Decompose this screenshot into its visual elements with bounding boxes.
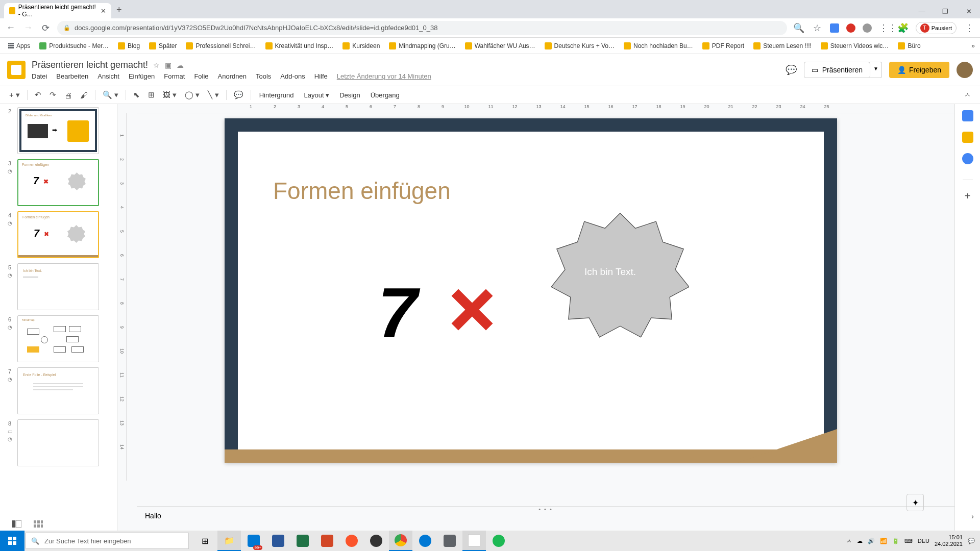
slide-filmstrip[interactable]: 2 Bilder und Grafiken ➡ 3◔ Formen einfüg… <box>0 104 117 547</box>
bookmark-item[interactable]: Wahlfächer WU Aus… <box>462 41 538 51</box>
grid-view-icon[interactable] <box>34 520 43 528</box>
extensions-icon[interactable]: 🧩 <box>897 22 909 34</box>
volume-icon[interactable]: 🔊 <box>868 538 875 544</box>
filmstrip-view-icon[interactable] <box>12 520 21 528</box>
maximize-button[interactable]: ❐ <box>934 4 957 18</box>
powerpoint-taskbar-icon[interactable] <box>315 531 339 551</box>
wifi-icon[interactable]: 📶 <box>880 538 887 544</box>
zoom-icon[interactable]: 🔍 <box>793 22 804 34</box>
zoom-button[interactable]: 🔍 ▾ <box>100 88 121 102</box>
menu-insert[interactable]: Einfügen <box>129 72 155 80</box>
slide-thumbnail[interactable]: Mindmap <box>17 315 99 362</box>
share-button[interactable]: 👤 Freigeben <box>889 62 949 78</box>
onedrive-icon[interactable]: ☁ <box>857 538 863 544</box>
slide-thumbnail[interactable]: Ich bin Text. <box>17 263 99 310</box>
present-dropdown[interactable]: ▼ <box>870 62 882 78</box>
last-edit-status[interactable]: Letzte Änderung vor 14 Minuten <box>337 72 431 80</box>
menu-slide[interactable]: Folie <box>194 72 208 80</box>
menu-tools[interactable]: Tools <box>256 72 271 80</box>
bookmark-item[interactable]: Steuern Lesen !!!! <box>750 41 815 51</box>
print-button[interactable]: 🖨 <box>61 89 75 102</box>
browser-tab[interactable]: Präsentieren leicht gemacht! - G… ✕ <box>4 3 111 18</box>
apps-button[interactable]: Apps <box>5 41 33 51</box>
profile-paused-button[interactable]: T Pausiert <box>916 22 957 34</box>
present-button[interactable]: ▭ Präsentieren <box>804 62 870 78</box>
bookmark-item[interactable]: Produktsuche - Mer… <box>36 41 112 51</box>
bookmark-item[interactable]: Kursideen <box>339 41 383 51</box>
bookmark-item[interactable]: Büro <box>895 41 923 51</box>
menu-help[interactable]: Hilfe <box>314 72 328 80</box>
explorer-taskbar-icon[interactable]: 📁 <box>217 531 241 551</box>
battery-icon[interactable]: 🔋 <box>892 538 899 544</box>
slide-thumbnail[interactable]: Erste Folie - Beispiel <box>17 367 99 414</box>
star-icon[interactable]: ☆ <box>812 22 823 34</box>
paint-format-button[interactable]: 🖌 <box>77 89 91 102</box>
slides-logo-icon[interactable] <box>7 61 26 79</box>
brave-taskbar-icon[interactable] <box>340 531 363 551</box>
extension-icon[interactable] <box>863 23 872 33</box>
chrome-taskbar-icon[interactable] <box>389 531 412 551</box>
bookmark-item[interactable]: Deutsche Kurs + Vo… <box>542 41 618 51</box>
back-button[interactable]: ← <box>5 22 16 33</box>
new-slide-button[interactable]: + ▾ <box>6 88 23 102</box>
menu-format[interactable]: Format <box>164 72 185 80</box>
menu-arrange[interactable]: Anordnen <box>218 72 247 80</box>
keyboard-icon[interactable]: ⌨ <box>904 538 913 544</box>
spotify-taskbar-icon[interactable] <box>487 531 510 551</box>
comments-icon[interactable]: 💬 <box>786 64 797 76</box>
url-input[interactable]: 🔒 docs.google.com/presentation/d/1yV372S… <box>57 21 787 35</box>
cross-shape[interactable] <box>449 287 495 335</box>
extension-icon[interactable] <box>846 23 855 33</box>
notes-resize-handle[interactable]: • • • <box>538 506 553 512</box>
edge-legacy-taskbar-icon[interactable]: 99+ <box>242 531 265 551</box>
slide-title-text[interactable]: Formen einfügen <box>273 177 451 205</box>
bookmark-item[interactable]: Steuern Videos wic… <box>818 41 892 51</box>
menu-file[interactable]: Datei <box>32 72 47 80</box>
bookmarks-overflow[interactable]: » <box>971 42 975 49</box>
theme-button[interactable]: Design <box>335 89 364 101</box>
comment-button[interactable]: 💬 <box>231 88 247 102</box>
keep-icon[interactable] <box>962 132 973 143</box>
image-tool[interactable]: 🖼 ▾ <box>160 88 180 102</box>
notifications-icon[interactable]: 💬 <box>968 538 975 544</box>
line-tool[interactable]: ╲ ▾ <box>205 88 222 102</box>
new-tab-button[interactable]: + <box>116 5 122 15</box>
menu-addons[interactable]: Add-ons <box>280 72 305 80</box>
menu-edit[interactable]: Bearbeiten <box>56 72 88 80</box>
redo-button[interactable]: ↷ <box>46 88 59 102</box>
forward-button[interactable]: → <box>22 22 34 33</box>
task-view-button[interactable]: ⊞ <box>193 531 216 551</box>
calendar-icon[interactable] <box>962 110 973 121</box>
add-addon-icon[interactable]: + <box>965 190 971 202</box>
bookmark-item[interactable]: Blog <box>115 41 143 51</box>
apps-icon[interactable]: ⋮⋮⋮ <box>879 22 890 34</box>
account-avatar[interactable] <box>957 62 973 78</box>
slide-thumbnail[interactable]: Formen einfügen 7 ✖ <box>17 159 99 206</box>
slide-number-text[interactable]: 7 <box>378 271 418 354</box>
edge-taskbar-icon[interactable] <box>413 531 437 551</box>
tasks-icon[interactable] <box>962 153 973 164</box>
slide-thumbnail[interactable] <box>17 419 99 466</box>
excel-taskbar-icon[interactable] <box>291 531 314 551</box>
slide-thumbnail[interactable]: Bilder und Grafiken ➡ <box>17 107 99 154</box>
collapse-toolbar-icon[interactable]: ㅅ <box>961 88 974 102</box>
slide-thumbnail-selected[interactable]: Formen einfügen 7 ✖ <box>17 211 99 258</box>
document-title[interactable]: Präsentieren leicht gemacht! <box>32 60 148 70</box>
background-button[interactable]: Hintergrund <box>255 89 298 101</box>
start-button[interactable] <box>0 531 24 551</box>
minimize-button[interactable]: — <box>911 4 933 18</box>
reload-button[interactable]: ⟳ <box>40 22 51 34</box>
select-tool[interactable]: ⬉ <box>130 88 143 102</box>
speaker-notes-text[interactable]: Hallo <box>145 512 161 520</box>
bookmark-item[interactable]: Kreativität und Insp… <box>262 41 337 51</box>
explore-button[interactable]: ✦ <box>906 494 924 511</box>
slide-canvas[interactable]: Formen einfügen 7 Ich bin Text. <box>225 118 837 463</box>
notepad-taskbar-icon[interactable] <box>462 531 486 551</box>
menu-icon[interactable]: ⋮ <box>964 22 975 34</box>
taskbar-search[interactable]: 🔍 Zur Suche Text hier eingeben <box>26 533 189 549</box>
close-window-button[interactable]: ✕ <box>958 4 980 18</box>
clock[interactable]: 15:01 24.02.2021 <box>935 534 963 547</box>
close-icon[interactable]: ✕ <box>101 7 106 15</box>
app-taskbar-icon[interactable] <box>438 531 461 551</box>
expand-panel-icon[interactable]: › <box>971 512 974 520</box>
